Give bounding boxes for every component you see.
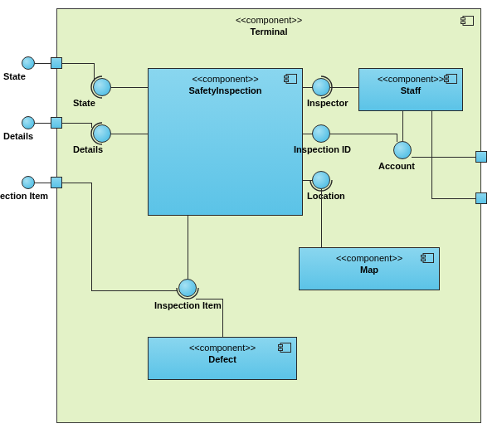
connector <box>303 87 313 88</box>
interface-state-circle[interactable] <box>93 78 111 96</box>
connector <box>94 63 95 81</box>
interface-location-label: Location <box>307 191 345 201</box>
svg-rect-1 <box>461 18 465 21</box>
component-icon <box>421 253 434 263</box>
terminal-header: <<component>> Terminal <box>57 9 480 37</box>
connector <box>111 134 148 134</box>
external-interface-inspection-item-circle[interactable] <box>22 176 35 189</box>
port-state[interactable] <box>51 57 62 69</box>
external-interface-details-circle[interactable] <box>22 116 35 129</box>
safety-inspection-name: SafetyInspection <box>149 84 302 95</box>
interface-inspection-item-label: Inspection Item <box>154 300 222 310</box>
socket-inspection-item <box>177 277 198 299</box>
connector <box>35 183 51 183</box>
map-name: Map <box>300 263 439 275</box>
component-defect[interactable]: <<component>> Defect <box>148 337 297 380</box>
port-right-2[interactable] <box>475 192 487 204</box>
port-right-1[interactable] <box>475 151 487 163</box>
map-stereotype: <<component>> <box>300 248 439 263</box>
connector <box>111 87 148 88</box>
connector <box>91 123 92 128</box>
defect-stereotype: <<component>> <box>149 338 296 353</box>
component-icon <box>461 16 474 26</box>
interface-account-circle[interactable] <box>393 141 412 159</box>
external-interface-inspection-item-label: ection Item <box>0 191 48 201</box>
connector <box>35 63 51 64</box>
connector <box>431 111 432 198</box>
socket-inspector <box>310 76 332 98</box>
external-interface-state-circle[interactable] <box>22 56 35 70</box>
connector <box>412 157 475 158</box>
interface-inspection-id-circle[interactable] <box>312 124 330 143</box>
connector <box>62 63 94 64</box>
svg-rect-13 <box>279 345 283 348</box>
port-details[interactable] <box>51 117 62 129</box>
socket-location <box>310 169 332 191</box>
connector <box>330 87 358 88</box>
interface-account-label: Account <box>378 161 415 171</box>
connector <box>321 189 322 247</box>
connector <box>35 123 51 124</box>
svg-rect-11 <box>422 259 426 261</box>
interface-state-label: State <box>73 98 95 108</box>
connector <box>222 299 223 337</box>
diagram-canvas: <<component>> Terminal State Details ect… <box>0 0 502 448</box>
connector <box>402 111 403 141</box>
connector <box>303 134 313 134</box>
connector <box>62 123 91 124</box>
connector <box>303 180 313 181</box>
svg-rect-14 <box>279 348 283 351</box>
svg-rect-2 <box>461 22 465 24</box>
interface-details-circle[interactable] <box>93 124 111 143</box>
connector <box>397 134 397 142</box>
interface-details-label: Details <box>73 144 103 154</box>
terminal-stereotype: <<component>> <box>57 14 480 26</box>
component-icon <box>278 343 291 353</box>
component-icon <box>284 74 297 84</box>
connector <box>196 299 222 299</box>
connector <box>431 198 475 199</box>
connector <box>188 216 188 279</box>
component-map[interactable]: <<component>> Map <box>299 247 440 290</box>
external-interface-state-label: State <box>3 71 26 81</box>
connector <box>91 290 177 291</box>
svg-rect-8 <box>445 80 449 82</box>
svg-rect-10 <box>422 256 426 258</box>
svg-rect-5 <box>285 80 289 82</box>
interface-inspection-id-label: Inspection ID <box>294 144 351 154</box>
component-safety-inspection[interactable]: <<component>> SafetyInspection <box>148 68 303 216</box>
connector <box>91 183 92 290</box>
connector <box>62 183 91 183</box>
component-icon <box>444 74 457 84</box>
connector <box>330 134 397 134</box>
defect-name: Defect <box>149 353 296 364</box>
terminal-name: Terminal <box>57 26 480 37</box>
staff-name: Staff <box>359 84 462 95</box>
svg-rect-4 <box>285 76 289 79</box>
svg-rect-7 <box>445 76 449 79</box>
interface-inspector-label: Inspector <box>307 98 348 108</box>
safety-inspection-stereotype: <<component>> <box>149 69 302 84</box>
external-interface-details-label: Details <box>3 131 33 141</box>
port-inspection-item[interactable] <box>51 177 62 188</box>
component-staff[interactable]: <<component>> Staff <box>358 68 463 111</box>
